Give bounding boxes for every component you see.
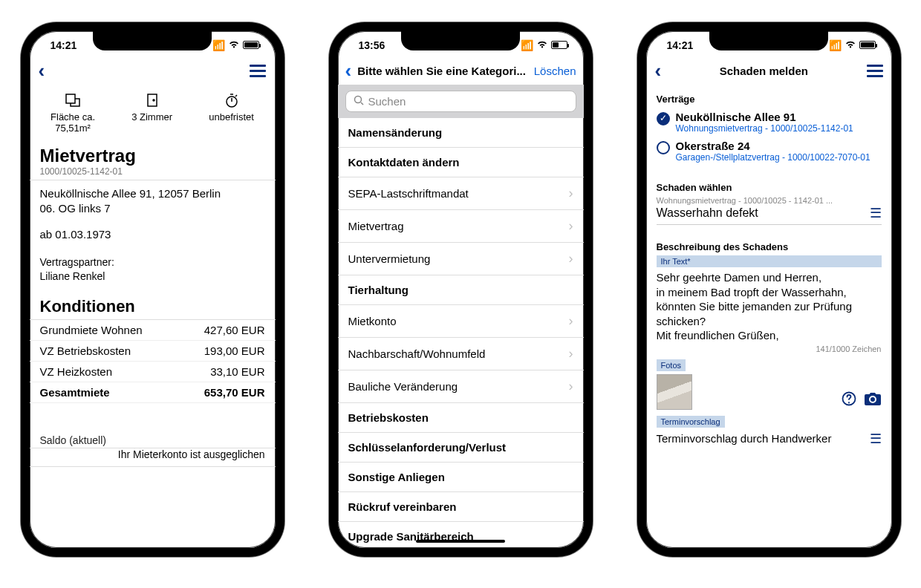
search-input[interactable]: Suchen xyxy=(345,91,576,112)
partner-name: Liliane Renkel xyxy=(30,270,276,284)
nav-bar: ‹ Bitte wählen Sie eine Kategori... Lösc… xyxy=(338,59,584,85)
category-label: Rückruf vereinbaren xyxy=(348,500,457,513)
category-row[interactable]: Schlüsselanforderung/Verlust xyxy=(338,433,584,463)
category-row[interactable]: Mietkonto› xyxy=(338,305,584,338)
metric-rooms-label: 3 Zimmer xyxy=(131,111,172,122)
category-row[interactable]: Sonstige Anliegen xyxy=(338,463,584,492)
category-row[interactable]: Untervermietung› xyxy=(338,243,584,275)
signal-icon: 📶 xyxy=(212,39,225,51)
battery-icon xyxy=(551,39,567,51)
menu-button[interactable] xyxy=(867,65,883,77)
floorplan-icon xyxy=(51,92,95,108)
contract-subtitle: Garagen-/Stellplatzvertrag - 1000/10022-… xyxy=(676,152,870,163)
status-time: 13:56 xyxy=(359,39,385,51)
category-row[interactable]: Upgrade Sanitärbereich xyxy=(338,522,584,549)
nav-bar: ‹ xyxy=(30,59,276,85)
char-counter: 141/1000 Zeichen xyxy=(646,344,892,358)
category-row[interactable]: Betriebskosten xyxy=(338,403,584,433)
category-label: Untervermietung xyxy=(348,252,431,265)
menu-button[interactable] xyxy=(250,65,266,77)
chevron-right-icon: › xyxy=(569,313,573,329)
status-time: 14:21 xyxy=(667,39,694,51)
appointment-picker[interactable]: Terminvorschlag durch Handwerker ☰ xyxy=(646,428,892,453)
category-label: Bauliche Veränderung xyxy=(348,380,458,393)
nav-title: Schaden melden xyxy=(661,65,866,77)
photo-thumbnail[interactable] xyxy=(657,374,692,410)
saldo-message: Ihr Mieterkonto ist ausgeglichen xyxy=(30,448,276,467)
chevron-right-icon: › xyxy=(569,346,573,362)
metric-term: unbefristet xyxy=(209,92,254,134)
battery-icon xyxy=(859,39,876,51)
svg-point-2 xyxy=(153,99,154,101)
category-label: Mietkonto xyxy=(348,315,397,327)
back-button[interactable]: ‹ xyxy=(39,61,45,80)
condition-label: VZ Betriebskosten xyxy=(40,344,131,357)
damage-picker[interactable]: Wasserhahn defekt ☰ xyxy=(657,205,882,225)
chevron-right-icon: › xyxy=(569,218,573,234)
nav-title: Bitte wählen Sie eine Kategori... xyxy=(354,65,534,77)
address-line-1: Neuköllnische Allee 91, 12057 Berlin xyxy=(30,180,276,201)
wifi-icon xyxy=(844,39,856,51)
condition-row: Grundmiete Wohnen427,60 EUR xyxy=(30,320,276,341)
category-label: SEPA-Lastschriftmandat xyxy=(348,187,469,200)
contract-row[interactable]: Neuköllnische Allee 91Wohnungsmietvertra… xyxy=(646,108,892,137)
battery-icon xyxy=(243,39,259,51)
contracts-label: Verträge xyxy=(646,85,892,108)
camera-icon[interactable] xyxy=(864,391,882,410)
contract-row[interactable]: Okerstraße 24Garagen-/Stellplatzvertrag … xyxy=(646,137,892,166)
saldo-label: Saldo (aktuell) xyxy=(30,428,276,448)
category-label: Nachbarschaft/Wohnumfeld xyxy=(348,347,486,360)
chevron-right-icon: › xyxy=(569,251,573,267)
back-button[interactable]: ‹ xyxy=(655,61,662,80)
home-indicator[interactable] xyxy=(416,540,505,543)
chevron-right-icon: › xyxy=(569,186,573,201)
contract-id: 1000/10025-1142-01 xyxy=(30,166,276,180)
page-title: Mietvertrag xyxy=(30,143,276,166)
wifi-icon xyxy=(228,39,240,51)
door-icon xyxy=(131,92,172,108)
phone-mietvertrag: 14:21 📶 ‹ Fläche ca. 75,51m² xyxy=(21,22,284,557)
metric-term-label: unbefristet xyxy=(209,111,254,122)
appointment-label: Terminvorschlag xyxy=(657,416,725,428)
phone-schaden-melden: 14:21 📶 ‹ Schaden melden Verträge Neuköl… xyxy=(637,22,901,557)
back-button[interactable]: ‹ xyxy=(345,61,352,80)
metric-area-label: Fläche ca. xyxy=(51,111,95,122)
condition-label: VZ Heizkosten xyxy=(40,365,113,378)
category-row[interactable]: Nachbarschaft/Wohnumfeld› xyxy=(338,338,584,370)
address-line-2: 06. OG links 7 xyxy=(30,201,276,216)
search-icon xyxy=(354,95,364,108)
category-label: Kontaktdaten ändern xyxy=(348,156,460,169)
message-textarea[interactable]: Sehr geehrte Damen und Herren, in meinem… xyxy=(646,267,892,344)
radio-icon xyxy=(657,141,670,154)
contract-subtitle: Wohnungsmietvertrag - 1000/10025-1142-01 xyxy=(676,123,853,134)
category-row[interactable]: SEPA-Lastschriftmandat› xyxy=(338,177,584,210)
category-row[interactable]: Namensänderung xyxy=(338,118,584,148)
metric-area-value: 75,51m² xyxy=(51,122,95,134)
metrics-row: Fläche ca. 75,51m² 3 Zimmer unbefristet xyxy=(30,85,276,143)
condition-value: 653,70 EUR xyxy=(204,386,265,399)
list-icon: ☰ xyxy=(870,205,882,221)
photos-label: Fotos xyxy=(657,359,686,371)
help-icon[interactable] xyxy=(842,391,856,410)
signal-icon: 📶 xyxy=(829,39,842,51)
damage-select-label: Schaden wählen xyxy=(646,166,892,196)
contract-title: Neuköllnische Allee 91 xyxy=(676,111,853,123)
condition-value: 193,00 EUR xyxy=(204,344,265,357)
category-row[interactable]: Kontaktdaten ändern xyxy=(338,148,584,177)
category-row[interactable]: Bauliche Veränderung› xyxy=(338,370,584,403)
notch xyxy=(709,31,828,50)
list-icon: ☰ xyxy=(870,431,882,447)
category-row[interactable]: Rückruf vereinbaren xyxy=(338,492,584,522)
category-label: Sonstige Anliegen xyxy=(348,471,445,483)
category-label: Betriebskosten xyxy=(348,411,429,424)
contract-title: Okerstraße 24 xyxy=(676,140,870,152)
category-row[interactable]: Tierhaltung xyxy=(338,275,584,305)
condition-value: 427,60 EUR xyxy=(204,324,265,336)
condition-row: Gesamtmiete653,70 EUR xyxy=(30,382,276,403)
category-row[interactable]: Mietvertrag› xyxy=(338,210,584,243)
condition-row: VZ Heizkosten33,10 EUR xyxy=(30,362,276,382)
search-wrap: Suchen xyxy=(338,85,584,118)
delete-button[interactable]: Löschen xyxy=(534,65,576,77)
condition-label: Grundmiete Wohnen xyxy=(40,324,143,336)
appointment-value: Terminvorschlag durch Handwerker xyxy=(657,432,832,445)
